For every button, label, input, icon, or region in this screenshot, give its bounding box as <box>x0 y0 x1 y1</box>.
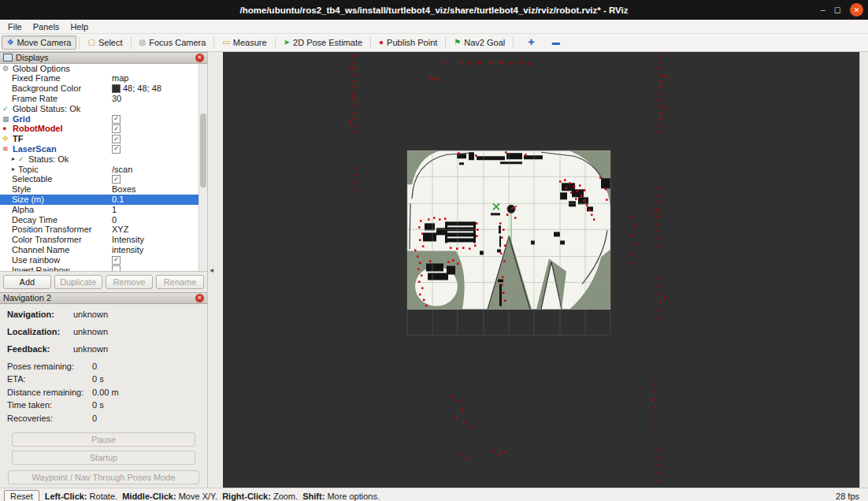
minimize-icon[interactable]: – <box>821 6 825 14</box>
tool-publish-point-button[interactable]: ●Publish Point <box>373 35 443 50</box>
3d-viewport[interactable] <box>223 52 859 488</box>
close-icon[interactable]: ✕ <box>850 3 863 17</box>
display-row-robotmodel[interactable]: ●RobotModel✓ <box>0 124 207 134</box>
property-value[interactable]: Intensity <box>112 235 198 245</box>
property-value[interactable]: ✓ <box>112 145 198 154</box>
displays-close-icon[interactable]: ✕ <box>195 54 204 62</box>
displays-scrollbar[interactable] <box>198 64 207 271</box>
checkbox-checked[interactable]: ✓ <box>112 124 121 133</box>
display-row-selectable[interactable]: Selectable✓ <box>0 174 207 184</box>
property-label: Style <box>12 184 112 195</box>
field-label: Feedback: <box>7 344 73 354</box>
display-row-position-transformer[interactable]: Position TransformerXYZ <box>0 225 207 235</box>
property-value[interactable]: 30 <box>112 94 198 104</box>
property-value[interactable]: 0 <box>112 215 198 225</box>
checkbox-checked[interactable]: ✓ <box>112 145 121 154</box>
tool-label: Nav2 Goal <box>464 38 505 47</box>
display-row-background-color[interactable]: Background Color48; 48; 48 <box>0 84 207 94</box>
property-label: Fixed Frame <box>12 73 112 84</box>
property-value[interactable] <box>112 265 198 271</box>
property-value[interactable]: 0.1 <box>112 195 198 205</box>
startup-button[interactable]: Startup <box>12 451 195 465</box>
display-row-alpha[interactable]: Alpha1 <box>0 205 207 215</box>
property-value[interactable]: /scan <box>112 165 198 175</box>
display-row-decay-time[interactable]: Decay Time0 <box>0 215 207 225</box>
panel-splitter[interactable]: ◂ <box>208 52 223 488</box>
nav2-close-icon[interactable]: ✕ <box>195 294 204 302</box>
value-text: 1 <box>112 205 117 215</box>
checkbox-checked[interactable]: ✓ <box>112 256 121 265</box>
property-value[interactable]: XYZ <box>112 225 198 235</box>
property-value[interactable]: map <box>112 73 198 84</box>
expander-icon[interactable]: ▸ <box>12 165 18 175</box>
property-value[interactable]: ✓ <box>112 175 198 184</box>
display-row-topic[interactable]: ▸Topic/scan <box>0 165 207 175</box>
right-dock-strip[interactable] <box>859 52 868 488</box>
property-value[interactable]: 48; 48; 48 <box>112 84 198 94</box>
property-value[interactable]: ✓ <box>112 135 198 143</box>
display-row-color-transformer[interactable]: Color TransformerIntensity <box>0 235 207 245</box>
nav2-buttons: PauseStartupWaypoint / Nav Through Poses… <box>7 426 200 484</box>
menu-panels[interactable]: Panels <box>28 21 65 32</box>
pause-button[interactable]: Pause <box>12 432 195 447</box>
display-row-fixed-frame[interactable]: Fixed Framemap <box>0 73 207 84</box>
render-scene <box>223 52 859 488</box>
display-row-style[interactable]: StyleBoxes <box>0 184 207 195</box>
tool-nav2-goal-button[interactable]: ⚑Nav2 Goal <box>448 35 510 50</box>
checkbox-checked[interactable]: ✓ <box>112 135 121 143</box>
value-text: 0 <box>112 215 117 225</box>
tool-measure-button[interactable]: ▭Measure <box>217 35 272 50</box>
checkbox-unchecked[interactable] <box>112 265 121 271</box>
property-label: Use rainbow <box>12 255 112 265</box>
display-row-use-rainbow[interactable]: Use rainbow✓ <box>0 255 207 265</box>
tool-focus-camera-button[interactable]: ◎Focus Camera <box>134 35 212 50</box>
display-row-channel-name[interactable]: Channel Nameintensity <box>0 245 207 255</box>
display-row-size-m[interactable]: Size (m)0.1 <box>0 195 207 205</box>
property-value[interactable]: 1 <box>112 205 198 215</box>
display-row-laserscan[interactable]: ≋LaserScan✓ <box>0 144 207 154</box>
maximize-icon[interactable]: ◻ <box>834 6 841 14</box>
reset-button[interactable]: Reset <box>4 490 39 501</box>
property-value[interactable]: ✓ <box>112 124 198 133</box>
nav2-panel-header[interactable]: Navigation 2 ✕ <box>0 292 207 304</box>
collapse-left-icon[interactable]: ◂ <box>210 265 213 274</box>
duplicate-button[interactable]: Duplicate <box>54 275 102 289</box>
menu-file[interactable]: File <box>2 21 28 32</box>
property-value[interactable]: Boxes <box>112 184 198 195</box>
display-row-global-options[interactable]: ⚙Global Options <box>0 64 207 74</box>
remove-button[interactable]: Remove <box>106 275 154 289</box>
display-row-tf[interactable]: ✣TF✓ <box>0 134 207 144</box>
display-row-status-ok[interactable]: ▸✓Status: Ok <box>0 154 207 165</box>
displays-tree[interactable]: ⚙Global OptionsFixed FramemapBackground … <box>0 64 207 272</box>
display-row-frame-rate[interactable]: Frame Rate30 <box>0 94 207 104</box>
titlebar[interactable]: /home/ubuntu/ros2_tb4_ws/install/turtleb… <box>0 0 868 20</box>
scrollbar-thumb[interactable] <box>200 113 206 188</box>
tool-pose-estimate-button[interactable]: ➤2D Pose Estimate <box>278 35 368 50</box>
displays-panel-header[interactable]: Displays ✕ <box>0 52 207 64</box>
add-tool-button[interactable]: ✚ <box>522 36 540 49</box>
rename-button[interactable]: Rename <box>156 275 204 289</box>
tool-select-button[interactable]: ▢Select <box>82 35 128 50</box>
check-icon: ✓ <box>2 104 13 114</box>
expander-icon[interactable]: ▸ <box>12 154 18 165</box>
menu-help[interactable]: Help <box>65 21 94 32</box>
waypoint-nav-through-poses-mode-button[interactable]: Waypoint / Nav Through Poses Mode <box>8 470 199 484</box>
tool-label: Focus Camera <box>149 38 206 47</box>
gear-icon: ⚙ <box>2 64 13 74</box>
add-button[interactable]: Add <box>3 275 51 289</box>
nav2-metric-row: Poses remaining:0 <box>7 362 200 371</box>
tool-label: Publish Point <box>387 38 437 47</box>
property-value[interactable]: ✓ <box>112 115 198 124</box>
display-row-global-status-ok[interactable]: ✓Global Status: Ok <box>0 104 207 114</box>
display-row-grid[interactable]: ▦Grid✓ <box>0 114 207 124</box>
property-label: RobotModel <box>13 124 112 134</box>
checkbox-checked[interactable]: ✓ <box>112 115 121 124</box>
display-row-invert-rainbow[interactable]: Invert Rainbow <box>0 265 207 272</box>
remove-tool-button[interactable]: ▬ <box>547 36 566 49</box>
property-label: Invert Rainbow <box>12 265 112 272</box>
property-value[interactable]: ✓ <box>112 256 198 265</box>
checkbox-checked[interactable]: ✓ <box>112 175 121 184</box>
value-text: 48; 48; 48 <box>123 84 161 94</box>
property-value[interactable]: intensity <box>112 245 198 255</box>
tool-move-camera-button[interactable]: ✥Move Camera <box>2 35 76 50</box>
